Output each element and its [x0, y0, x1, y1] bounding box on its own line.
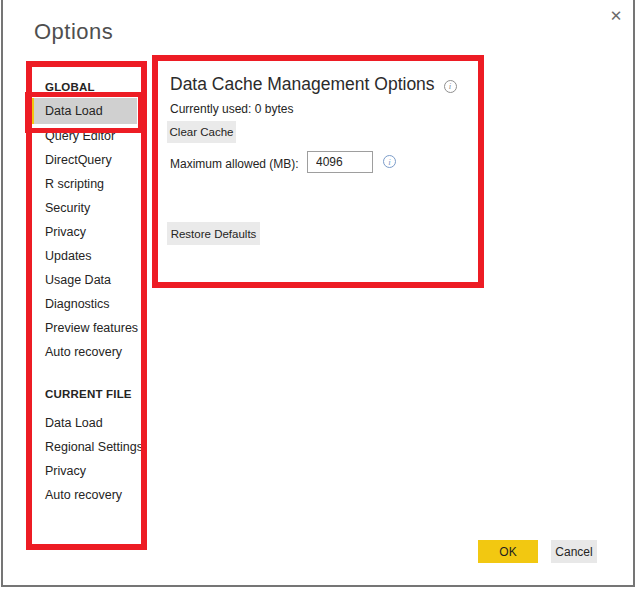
info-icon[interactable]: i	[383, 155, 396, 168]
sidebar-item-preview-features[interactable]: Preview features	[31, 316, 137, 340]
max-allowed-label: Maximum allowed (MB):	[170, 157, 299, 171]
sidebar-item-data-load[interactable]: Data Load	[31, 98, 137, 124]
sidebar-item-auto-recovery[interactable]: Auto recovery	[31, 340, 137, 364]
cancel-button[interactable]: Cancel	[551, 540, 597, 563]
currently-used-text: Currently used: 0 bytes	[170, 102, 293, 116]
sidebar-item-r-scripting[interactable]: R scripting	[31, 172, 137, 196]
sidebar-section-global: GLOBAL	[45, 81, 95, 93]
options-dialog: Options ✕ GLOBAL Data Load Query Editor …	[0, 0, 637, 593]
sidebar-item-privacy[interactable]: Privacy	[31, 220, 137, 244]
info-icon[interactable]: i	[444, 80, 457, 93]
sidebar-nav-current-file: Data Load Regional Settings Privacy Auto…	[31, 411, 137, 507]
sidebar-item-file-privacy[interactable]: Privacy	[31, 459, 137, 483]
close-icon[interactable]: ✕	[604, 4, 628, 28]
sidebar-section-current-file: CURRENT FILE	[45, 388, 132, 400]
sidebar-item-usage-data[interactable]: Usage Data	[31, 268, 137, 292]
sidebar-item-security[interactable]: Security	[31, 196, 137, 220]
sidebar-nav-global: Data Load Query Editor DirectQuery R scr…	[31, 98, 137, 364]
clear-cache-button[interactable]: Clear Cache	[167, 121, 236, 143]
sidebar-item-file-auto-recovery[interactable]: Auto recovery	[31, 483, 137, 507]
page-title: Data Cache Management Options	[170, 74, 435, 95]
restore-defaults-button[interactable]: Restore Defaults	[167, 222, 260, 245]
sidebar-item-file-data-load[interactable]: Data Load	[31, 411, 137, 435]
sidebar-item-query-editor[interactable]: Query Editor	[31, 124, 137, 148]
max-allowed-input[interactable]	[307, 151, 373, 173]
ok-button[interactable]: OK	[478, 540, 538, 563]
sidebar-item-updates[interactable]: Updates	[31, 244, 137, 268]
sidebar-item-regional-settings[interactable]: Regional Settings	[31, 435, 137, 459]
sidebar-item-directquery[interactable]: DirectQuery	[31, 148, 137, 172]
sidebar-item-diagnostics[interactable]: Diagnostics	[31, 292, 137, 316]
dialog-title: Options	[34, 19, 113, 45]
page-title-row: Data Cache Management Options i	[170, 74, 457, 95]
